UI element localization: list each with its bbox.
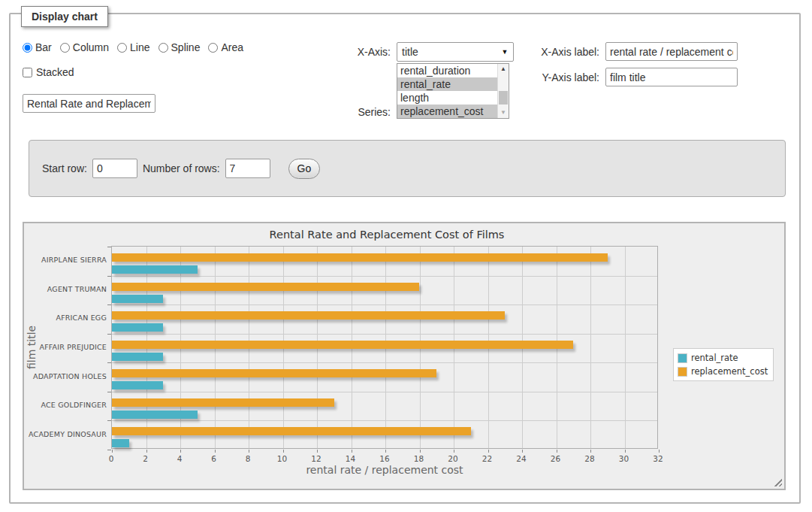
- chart-type-option-spline[interactable]: Spline: [158, 41, 201, 53]
- x-tick-label: 24: [516, 454, 526, 463]
- x-tick-mark: [317, 450, 318, 453]
- x-tick-label: 28: [584, 454, 594, 463]
- x-tick-label: 20: [448, 454, 457, 463]
- x-tick-label: 6: [211, 454, 216, 463]
- category-label: AFFAIR PREJUDICE: [24, 343, 107, 351]
- chart-type-option-bar[interactable]: Bar: [23, 41, 52, 53]
- scroll-up-icon[interactable]: ▲: [498, 64, 509, 74]
- gridline: [112, 334, 657, 335]
- chart-legend: rental_ratereplacement_cost: [673, 348, 774, 381]
- go-button[interactable]: Go: [288, 159, 321, 179]
- category-label: ACE GOLDFINGER: [24, 401, 107, 409]
- radio-bar[interactable]: [23, 43, 32, 53]
- y-tick-mark: [107, 276, 111, 277]
- series-select-label: Series:: [323, 106, 391, 118]
- x-axis-select-label: X-Axis:: [323, 46, 391, 58]
- x-tick-mark: [557, 450, 557, 453]
- num-rows-input[interactable]: [225, 159, 270, 178]
- legend-label: replacement_cost: [691, 366, 768, 377]
- gridline: [112, 392, 657, 392]
- series-option-replacement_cost[interactable]: replacement_cost: [397, 105, 497, 118]
- series-listbox[interactable]: rental_durationrental_ratelengthreplacem…: [397, 63, 509, 119]
- series-option-length[interactable]: length: [397, 91, 497, 105]
- stacked-label: Stacked: [36, 66, 74, 78]
- chart-type-option-line[interactable]: Line: [117, 41, 149, 53]
- x-tick-mark: [352, 450, 352, 453]
- num-rows-label: Number of rows:: [143, 162, 220, 174]
- category-label: AFRICAN EGG: [24, 314, 107, 322]
- scrollbar-thumb[interactable]: [499, 91, 508, 105]
- radio-spline[interactable]: [158, 43, 168, 53]
- bar-rental_rate: [112, 323, 163, 332]
- y-axis-label-input[interactable]: [605, 68, 738, 86]
- chart-type-option-column[interactable]: Column: [60, 41, 109, 53]
- x-tick-mark: [112, 450, 113, 453]
- x-tick-mark: [283, 450, 284, 453]
- x-tick-mark: [180, 450, 181, 453]
- radio-label: Line: [130, 41, 149, 53]
- scroll-down-icon[interactable]: ▼: [498, 108, 509, 118]
- stacked-checkbox-row[interactable]: Stacked: [23, 66, 74, 78]
- gridline: [625, 247, 626, 448]
- x-tick-label: 2: [143, 454, 148, 463]
- x-tick-label: 10: [277, 454, 287, 463]
- chart-type-option-area[interactable]: Area: [208, 41, 243, 53]
- bar-replacement_cost: [112, 283, 419, 291]
- gridline: [590, 247, 591, 448]
- x-tick-mark: [590, 450, 591, 453]
- x-tick-label: 22: [482, 454, 492, 463]
- x-tick-mark: [625, 450, 626, 453]
- x-tick-label: 30: [619, 454, 629, 463]
- x-tick-mark: [146, 450, 147, 453]
- bar-rental_rate: [112, 295, 163, 303]
- gridline: [112, 276, 657, 277]
- resize-handle-icon[interactable]: [774, 478, 782, 486]
- bar-rental_rate: [112, 265, 198, 274]
- x-axis-select[interactable]: title ▼: [397, 42, 514, 62]
- chart-title: Rental Rate and Replacement Cost of Film…: [24, 229, 750, 241]
- category-label: ACADEMY DINOSAUR: [24, 430, 107, 438]
- bar-replacement_cost: [112, 427, 471, 435]
- x-tick-mark: [420, 450, 421, 453]
- stacked-checkbox[interactable]: [23, 68, 32, 77]
- start-row-input[interactable]: [92, 159, 137, 178]
- radio-label: Column: [73, 41, 109, 53]
- legend-item-replacement_cost: replacement_cost: [678, 366, 768, 377]
- radio-label: Bar: [35, 41, 52, 53]
- radio-area[interactable]: [208, 43, 218, 53]
- x-tick-label: 18: [414, 454, 424, 463]
- chevron-down-icon: ▼: [497, 48, 513, 56]
- page: Display chart BarColumnLineSplineArea St…: [0, 0, 812, 512]
- y-tick-mark: [107, 450, 111, 450]
- series-option-rental_rate[interactable]: rental_rate: [397, 77, 497, 91]
- category-label: AGENT TRUMAN: [24, 285, 107, 293]
- x-tick-mark: [488, 450, 489, 453]
- y-tick-mark: [107, 247, 111, 247]
- legend-swatch-icon: [678, 367, 687, 377]
- x-tick-mark: [215, 450, 216, 453]
- bar-rental_rate: [112, 411, 198, 419]
- x-tick-label: 26: [551, 454, 560, 463]
- chart-plot-area: [111, 246, 658, 449]
- series-scrollbar[interactable]: ▲ ▼: [497, 64, 509, 118]
- chart-title-input[interactable]: [23, 94, 155, 113]
- series-option-rental_duration[interactable]: rental_duration: [397, 64, 497, 77]
- bar-replacement_cost: [112, 253, 608, 262]
- radio-line[interactable]: [117, 43, 127, 53]
- x-axis-label-input[interactable]: [605, 42, 738, 61]
- bar-replacement_cost: [112, 341, 573, 349]
- y-tick-mark: [107, 334, 111, 335]
- gridline: [112, 362, 657, 363]
- radio-column[interactable]: [60, 43, 70, 53]
- gridline: [112, 420, 657, 421]
- chart-x-axis-title: rental rate / replacement cost: [111, 464, 658, 476]
- x-tick-mark: [454, 450, 454, 453]
- y-tick-mark: [107, 420, 111, 421]
- legend-label: rental_rate: [691, 353, 738, 363]
- series-options: rental_durationrental_ratelengthreplacem…: [397, 64, 497, 118]
- y-tick-mark: [107, 362, 111, 363]
- chart-type-radio-group: BarColumnLineSplineArea: [23, 41, 243, 53]
- x-tick-mark: [249, 450, 249, 453]
- bar-replacement_cost: [112, 311, 505, 320]
- x-axis-selected-value: title: [397, 46, 497, 58]
